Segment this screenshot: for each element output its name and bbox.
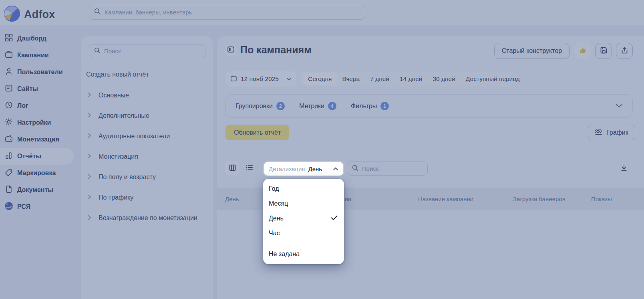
old-constructor-button[interactable]: Старый конструктор [494, 43, 570, 59]
table-view-columns-button[interactable] [225, 161, 239, 176]
column-header-impressions: Показы [583, 188, 644, 210]
global-search-field[interactable] [105, 9, 360, 16]
sidebar-item-label: Кампании [17, 52, 49, 59]
report-group-gender-age[interactable]: По полу и возрасту [81, 167, 213, 187]
like-button[interactable] [574, 43, 591, 59]
document-icon [5, 185, 13, 195]
chevron-right-icon [87, 214, 92, 222]
chart-toggle-button[interactable]: График [588, 125, 635, 140]
option-label: Месяц [269, 200, 288, 207]
chart-button-label: График [606, 129, 628, 136]
sidebar-item-users[interactable]: Пользователи [0, 64, 79, 81]
download-table-button[interactable] [617, 162, 631, 176]
expand-config-chevron-icon[interactable] [616, 103, 623, 110]
sidebar-item-label: Сайты [17, 85, 38, 93]
report-group-traffic[interactable]: По трафику [81, 187, 213, 208]
range-available-period[interactable]: Доступный период [461, 73, 525, 85]
menu-divider [263, 243, 344, 243]
table-search-input[interactable] [347, 162, 428, 176]
sidebar-item-campaigns[interactable]: Кампании [0, 47, 79, 64]
save-icon [600, 46, 608, 56]
rsya-icon [5, 202, 13, 212]
panel-toggle-icon [227, 46, 234, 54]
range-yesterday[interactable]: Вчера [337, 73, 365, 85]
report-group-label: По полу и возрасту [99, 174, 156, 181]
refresh-report-button[interactable]: Обновить отчёт [225, 125, 289, 140]
detail-level-menu: Год Месяц День Час Не задана [263, 179, 344, 264]
table-search-field[interactable] [362, 165, 423, 172]
metrics-tab[interactable]: Метрики 4 [299, 102, 336, 110]
user-icon [5, 67, 13, 77]
sidebar-item-dashboard[interactable]: Дашборд [0, 30, 79, 47]
detail-option-day[interactable]: День [263, 211, 344, 226]
gear-icon [5, 118, 13, 127]
adfox-logo-icon [4, 6, 20, 23]
reports-search-field[interactable] [104, 48, 200, 55]
sidebar-item-documents[interactable]: Документы [0, 182, 79, 198]
chevron-right-icon [87, 92, 92, 99]
report-group-additional[interactable]: Дополнительные [81, 105, 213, 126]
report-group-label: Аудиторные показатели [99, 133, 170, 140]
detail-level-select[interactable]: Детализация День [263, 161, 344, 176]
chevron-right-icon [87, 112, 92, 119]
sidebar-item-marking[interactable]: Маркировка [0, 165, 79, 182]
sidebar-item-monetization[interactable]: Монетизация [0, 131, 79, 148]
report-group-label: Вознаграждение по монетизации [99, 214, 197, 222]
date-picker[interactable]: 12 нояб 2025 [225, 71, 296, 87]
sidebar-item-reports[interactable]: Отчёты [0, 148, 74, 165]
sidebar-item-label: Документы [17, 186, 53, 194]
detail-option-hour[interactable]: Час [263, 226, 344, 240]
metrics-label: Метрики [299, 103, 324, 110]
sidebar-nav: Дашборд Кампании Пользователи Сайты Лог … [0, 30, 79, 215]
collapse-panel-button[interactable] [225, 45, 236, 56]
groupings-label: Группировки [235, 103, 273, 110]
groupings-count-badge: 2 [276, 102, 285, 110]
reports-search-input[interactable] [89, 44, 205, 58]
report-group-monetization[interactable]: Монетизация [81, 146, 213, 167]
report-group-basic[interactable]: Основные [81, 85, 213, 105]
report-group-label: Монетизация [99, 153, 138, 160]
tag-icon [5, 168, 13, 178]
range-30days[interactable]: 30 дней [427, 73, 460, 85]
filters-count-badge: 1 [380, 102, 389, 110]
sidebar-item-label: Лог [17, 102, 28, 109]
table-view-list-button[interactable] [242, 161, 256, 176]
upload-icon [621, 46, 628, 56]
sidebar-item-settings[interactable]: Настройки [0, 114, 79, 131]
export-share-button[interactable] [616, 43, 633, 59]
range-7days[interactable]: 7 дней [365, 73, 394, 85]
sidebar-item-rsya[interactable]: РСЯ [0, 198, 79, 215]
report-group-monetization-reward[interactable]: Вознаграждение по монетизации [81, 208, 213, 228]
sidebar-item-label: Маркировка [17, 170, 56, 177]
dashboard-icon [5, 34, 13, 43]
sidebar-item-label: Монетизация [17, 136, 59, 143]
create-new-report-button[interactable]: Создать новый отчёт [86, 71, 149, 78]
range-14days[interactable]: 14 дней [394, 73, 427, 85]
calendar-icon [230, 75, 237, 83]
adfox-logo[interactable]: Adfox [4, 6, 55, 23]
groupings-tab[interactable]: Группировки 2 [235, 102, 285, 110]
adfox-app: Adfox Дашборд Кампании Пользователи Сайт… [0, 0, 644, 299]
wallet-icon [5, 135, 13, 144]
detail-option-unset[interactable]: Не задана [263, 246, 344, 262]
brand-name: Adfox [24, 8, 55, 21]
detail-option-year[interactable]: Год [263, 181, 344, 196]
sidebar-item-log[interactable]: Лог [0, 97, 79, 114]
filters-tab[interactable]: Фильтры 1 [351, 102, 389, 110]
chart-lines-icon [595, 128, 603, 137]
option-label: День [269, 215, 284, 222]
report-group-label: Дополнительные [99, 112, 149, 119]
metrics-count-badge: 4 [328, 102, 336, 110]
reports-panel: Создать новый отчёт Основные Дополнитель… [81, 36, 213, 299]
date-value: 12 нояб 2025 [241, 75, 279, 83]
global-search-input[interactable] [89, 5, 365, 20]
detail-option-month[interactable]: Месяц [263, 196, 344, 211]
save-report-button[interactable] [595, 43, 612, 59]
filters-label: Фильтры [351, 103, 377, 110]
sidebar-item-sites[interactable]: Сайты [0, 81, 79, 97]
download-icon [620, 164, 628, 173]
option-label: Год [269, 185, 279, 192]
detail-select-value: День [308, 166, 322, 172]
range-today[interactable]: Сегодня [303, 73, 337, 85]
report-group-audience[interactable]: Аудиторные показатели [81, 126, 213, 146]
